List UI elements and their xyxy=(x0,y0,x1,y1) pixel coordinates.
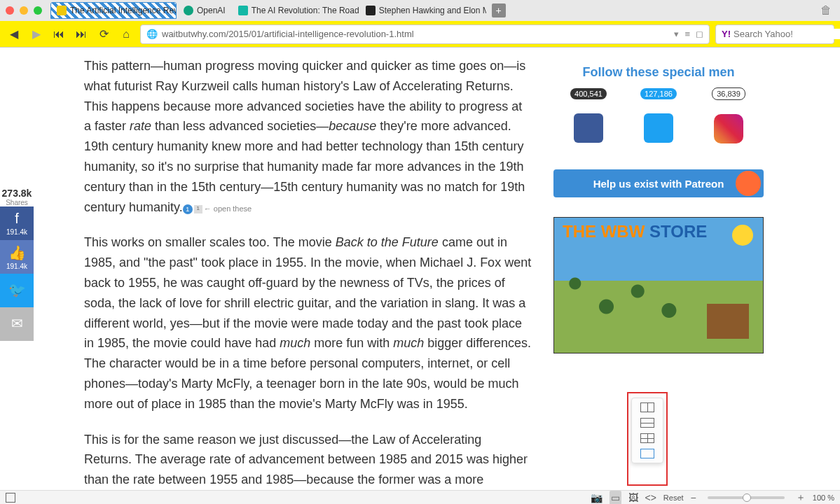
share-email-button[interactable]: ✉ xyxy=(0,307,34,341)
tab-label: The Artificial Intelligence Rev xyxy=(70,6,177,15)
like-count: 191.4k xyxy=(6,262,27,270)
layout-rows-button[interactable] xyxy=(640,418,654,428)
patreon-icon xyxy=(736,171,761,196)
article-body: This pattern—human progress moving quick… xyxy=(84,56,532,490)
share-total: 273.8k xyxy=(0,188,34,199)
maximize-window-button[interactable] xyxy=(34,6,42,15)
facebook-icon xyxy=(574,113,603,143)
back-button[interactable]: ◀ xyxy=(6,26,22,43)
paragraph: This is for the same reason we just disc… xyxy=(84,430,532,490)
follow-heading: Follow these special men xyxy=(553,65,764,80)
new-tab-button[interactable]: + xyxy=(492,4,506,18)
fastforward-button[interactable]: ⏭ xyxy=(73,26,90,43)
right-sidebar: Follow these special men 400,541 127,186… xyxy=(553,65,764,354)
favicon-icon xyxy=(57,6,67,15)
url-bar[interactable]: 🌐 waitbutwhy.com/2015/01/artificial-inte… xyxy=(140,24,710,44)
tab-label: Stephen Hawking and Elon M xyxy=(379,6,486,15)
home-button[interactable]: ⌂ xyxy=(118,26,135,43)
search-input[interactable] xyxy=(734,29,840,39)
image-icon[interactable]: 🖼 xyxy=(628,492,638,503)
paragraph: This pattern—human progress moving quick… xyxy=(84,56,532,217)
layout-single-button[interactable] xyxy=(640,449,654,458)
house-icon xyxy=(707,304,749,339)
share-sidebar: 273.8k Shares f191.4k 👍191.4k 🐦 ✉ xyxy=(0,188,34,341)
url-text: waitbutwhy.com/2015/01/artificial-intell… xyxy=(162,29,414,39)
slider-thumb[interactable] xyxy=(743,493,751,502)
store-ad[interactable]: THE WBW STORE xyxy=(553,217,764,354)
list-icon[interactable]: ≡ xyxy=(684,29,690,39)
share-like-button[interactable]: 👍191.4k xyxy=(0,240,34,274)
twitter-icon: 🐦 xyxy=(8,281,26,298)
sun-icon xyxy=(732,225,753,246)
search-bar[interactable]: Y! xyxy=(715,24,834,44)
like-icon: 👍 xyxy=(8,244,26,261)
facebook-icon: f xyxy=(15,211,19,227)
zoom-level: 100 % xyxy=(813,493,834,502)
social-row: 400,541 127,186 36,839 xyxy=(553,87,764,164)
social-instagram[interactable]: 36,839 xyxy=(701,87,757,164)
tab-active[interactable]: The Artificial Intelligence Rev xyxy=(50,2,177,19)
bookmark-icon[interactable]: ◻ xyxy=(696,29,703,39)
rewind-button[interactable]: ⏮ xyxy=(50,26,67,43)
favicon-icon xyxy=(184,6,193,15)
fb-follower-count: 400,541 xyxy=(570,88,607,99)
fb-count: 191.4k xyxy=(6,228,27,236)
reset-zoom-button[interactable]: Reset xyxy=(663,493,684,502)
chevron-down-icon[interactable]: ▾ xyxy=(674,29,679,39)
instagram-icon xyxy=(714,114,743,144)
panel-toggle-button[interactable] xyxy=(6,493,15,503)
ig-follower-count: 36,839 xyxy=(712,88,745,100)
mail-icon: ✉ xyxy=(11,315,23,332)
page-content: 273.8k Shares f191.4k 👍191.4k 🐦 ✉ This p… xyxy=(0,48,840,490)
globe-icon: 🌐 xyxy=(146,29,158,39)
tab-bar: The Artificial Intelligence Rev OpenAI T… xyxy=(0,0,840,21)
toolbar: ◀ ▶ ⏮ ⏭ ⟳ ⌂ 🌐 waitbutwhy.com/2015/01/art… xyxy=(0,21,840,48)
url-extras: ▾ ≡ ◻ xyxy=(674,29,703,39)
store-title: THE WBW STORE xyxy=(563,222,707,241)
code-icon[interactable]: <> xyxy=(645,492,656,503)
layout-columns-button[interactable] xyxy=(640,402,654,412)
social-facebook[interactable]: 400,541 xyxy=(560,87,617,164)
twitter-icon xyxy=(644,113,673,143)
trash-icon[interactable]: 🗑 xyxy=(820,4,832,17)
footnote-marker[interactable]: 11← open these xyxy=(183,203,252,216)
favicon-icon xyxy=(366,6,376,15)
tab-ai-revolution[interactable]: The AI Revolution: The Road xyxy=(233,2,359,19)
camera-icon[interactable]: 📷 xyxy=(591,492,603,503)
patreon-label: Help us exist with Patreon xyxy=(593,178,724,190)
screen-icon[interactable]: ▭ xyxy=(610,491,621,505)
close-window-button[interactable] xyxy=(6,6,14,15)
share-twitter-button[interactable]: 🐦 xyxy=(0,274,34,307)
tab-openai[interactable]: OpenAI xyxy=(178,2,231,19)
favicon-icon xyxy=(238,6,248,15)
zoom-out-button[interactable]: − xyxy=(691,492,696,503)
layout-grid-button[interactable] xyxy=(640,433,654,443)
tab-label: OpenAI xyxy=(197,6,226,15)
social-twitter[interactable]: 127,186 xyxy=(631,87,687,164)
forward-button[interactable]: ▶ xyxy=(28,26,45,43)
window-controls xyxy=(6,6,42,15)
tab-label: The AI Revolution: The Road xyxy=(252,6,359,15)
minimize-window-button[interactable] xyxy=(20,6,28,15)
yahoo-icon: Y! xyxy=(722,29,731,39)
status-bar: 📷 ▭ 🖼 <> Reset − ＋ 100 % xyxy=(0,490,840,504)
tw-follower-count: 127,186 xyxy=(640,88,677,99)
paragraph: This works on smaller scales too. The mo… xyxy=(84,232,532,414)
share-label: Shares xyxy=(0,199,34,206)
tab-hawking[interactable]: Stephen Hawking and Elon M xyxy=(360,2,486,19)
zoom-in-button[interactable]: ＋ xyxy=(796,491,806,504)
zoom-slider[interactable] xyxy=(708,496,785,499)
share-facebook-button[interactable]: f191.4k xyxy=(0,206,34,240)
layout-popup xyxy=(631,398,663,463)
layout-popup-highlight xyxy=(627,392,668,486)
patreon-button[interactable]: Help us exist with Patreon xyxy=(553,169,764,197)
reload-button[interactable]: ⟳ xyxy=(95,26,112,43)
